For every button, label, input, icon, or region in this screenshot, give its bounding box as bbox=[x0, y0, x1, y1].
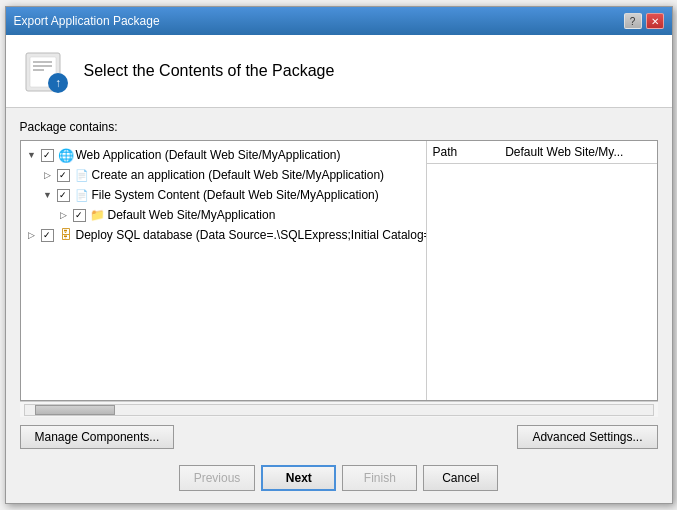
title-bar-controls: ? ✕ bbox=[624, 13, 664, 29]
right-panel-header: Path Default Web Site/My... bbox=[427, 141, 657, 164]
col-path-header: Path bbox=[433, 145, 506, 159]
content-area: ▼ 🌐 Web Application (Default Web Site/My… bbox=[20, 140, 658, 401]
tree-item[interactable]: ▷ 🗄 Deploy SQL database (Data Source=.\S… bbox=[21, 225, 426, 245]
app-icon: 📄 bbox=[74, 167, 90, 183]
expand-arrow[interactable]: ▷ bbox=[41, 168, 55, 182]
tree-item[interactable]: ▼ 📄 File System Content (Default Web Sit… bbox=[21, 185, 426, 205]
dialog-footer: Previous Next Finish Cancel bbox=[6, 457, 672, 503]
checkbox[interactable] bbox=[41, 149, 54, 162]
manage-components-button[interactable]: Manage Components... bbox=[20, 425, 175, 449]
help-button[interactable]: ? bbox=[624, 13, 642, 29]
tree-item[interactable]: ▷ 📁 Default Web Site/MyApplication bbox=[21, 205, 426, 225]
dialog: Export Application Package ? ✕ ↑ Select … bbox=[5, 6, 673, 504]
tree-item[interactable]: ▷ 📄 Create an application (Default Web S… bbox=[21, 165, 426, 185]
previous-button[interactable]: Previous bbox=[179, 465, 256, 491]
close-button[interactable]: ✕ bbox=[646, 13, 664, 29]
svg-text:↑: ↑ bbox=[55, 76, 61, 90]
tree-item-text: Deploy SQL database (Data Source=.\SQLEx… bbox=[76, 228, 427, 242]
h-scrollbar[interactable] bbox=[24, 404, 654, 416]
title-bar: Export Application Package ? ✕ bbox=[6, 7, 672, 35]
scrollbar-row bbox=[20, 401, 658, 417]
header-title: Select the Contents of the Package bbox=[84, 62, 335, 80]
checkbox[interactable] bbox=[41, 229, 54, 242]
checkbox[interactable] bbox=[57, 169, 70, 182]
checkbox[interactable] bbox=[57, 189, 70, 202]
expand-arrow[interactable]: ▼ bbox=[25, 148, 39, 162]
finish-button[interactable]: Finish bbox=[342, 465, 417, 491]
app-icon: 📄 bbox=[74, 187, 90, 203]
expand-arrow[interactable]: ▷ bbox=[57, 208, 71, 222]
dialog-title: Export Application Package bbox=[14, 14, 160, 28]
tree-item[interactable]: ▼ 🌐 Web Application (Default Web Site/My… bbox=[21, 145, 426, 165]
col-default-header: Default Web Site/My... bbox=[505, 145, 650, 159]
tree-item-text: File System Content (Default Web Site/My… bbox=[92, 188, 379, 202]
next-button[interactable]: Next bbox=[261, 465, 336, 491]
tree-item-text: Create an application (Default Web Site/… bbox=[92, 168, 385, 182]
tree-panel[interactable]: ▼ 🌐 Web Application (Default Web Site/My… bbox=[21, 141, 427, 400]
expand-arrow[interactable]: ▼ bbox=[41, 188, 55, 202]
dialog-actions-top: Manage Components... Advanced Settings..… bbox=[20, 417, 658, 449]
db-icon: 🗄 bbox=[58, 227, 74, 243]
package-label: Package contains: bbox=[20, 120, 658, 134]
expand-arrow[interactable]: ▷ bbox=[25, 228, 39, 242]
tree-item-text: Default Web Site/MyApplication bbox=[108, 208, 276, 222]
globe-icon: 🌐 bbox=[58, 147, 74, 163]
tree-item-text: Web Application (Default Web Site/MyAppl… bbox=[76, 148, 341, 162]
dialog-body: Package contains: ▼ 🌐 Web Application (D… bbox=[6, 108, 672, 457]
advanced-settings-button[interactable]: Advanced Settings... bbox=[517, 425, 657, 449]
checkbox[interactable] bbox=[73, 209, 86, 222]
folder-icon: 📁 bbox=[90, 207, 106, 223]
h-scrollbar-thumb bbox=[35, 405, 115, 415]
header-icon: ↑ bbox=[22, 47, 70, 95]
dialog-header: ↑ Select the Contents of the Package bbox=[6, 35, 672, 108]
cancel-button[interactable]: Cancel bbox=[423, 465, 498, 491]
footer-buttons: Previous Next Finish Cancel bbox=[20, 465, 658, 491]
right-panel: Path Default Web Site/My... bbox=[427, 141, 657, 400]
